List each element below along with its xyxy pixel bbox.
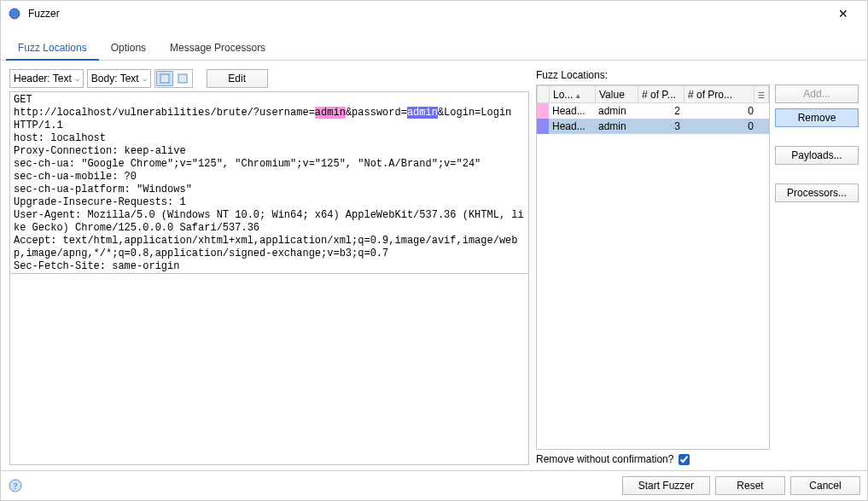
chevron-down-icon: ⌵ <box>75 74 79 83</box>
processors-button[interactable]: Processors... <box>775 184 859 202</box>
tab-bar: Fuzz Locations Options Message Processor… <box>1 37 867 61</box>
reset-button[interactable]: Reset <box>715 476 785 495</box>
help-icon[interactable]: ? <box>8 478 23 493</box>
request-text-post: &Login=Login HTTP/1.1 host: localhost Pr… <box>14 107 524 272</box>
cell-location: Head... <box>549 119 595 134</box>
cell-value: admin <box>595 103 638 119</box>
column-menu[interactable]: ☰ <box>754 86 769 103</box>
fuzz-highlight-2: admin <box>407 107 438 119</box>
chevron-down-icon: ⌵ <box>143 74 147 83</box>
tab-options[interactable]: Options <box>99 37 158 60</box>
header-view-dropdown[interactable]: Header: Text ⌵ <box>9 69 84 88</box>
column-menu-icon: ☰ <box>758 91 765 100</box>
svg-point-0 <box>9 9 20 19</box>
layout-single-icon[interactable] <box>156 71 173 86</box>
table-row[interactable]: Head... admin 2 0 <box>537 103 769 119</box>
tab-fuzz-locations[interactable]: Fuzz Locations <box>6 37 99 60</box>
close-icon[interactable]: ✕ <box>826 7 860 20</box>
dialog-footer: ? Start Fuzzer Reset Cancel <box>1 470 867 500</box>
cell-processors: 0 <box>684 103 757 119</box>
column-payloads[interactable]: # of P... <box>638 86 684 103</box>
request-text-pre: GET http://localhost/vulnerabilities/bru… <box>14 94 315 119</box>
body-view-label: Body: Text <box>91 73 139 84</box>
column-color[interactable] <box>538 86 550 103</box>
header-view-label: Header: Text <box>14 73 72 84</box>
remove-confirm-checkbox[interactable] <box>679 454 690 465</box>
body-view-dropdown[interactable]: Body: Text ⌵ <box>87 69 151 88</box>
request-header-textarea[interactable]: GET http://localhost/vulnerabilities/bru… <box>9 91 529 274</box>
confirm-label: Remove without confirmation? <box>536 453 673 465</box>
fuzz-highlight-1: admin <box>315 107 346 119</box>
cell-processors: 0 <box>684 119 757 134</box>
cancel-button[interactable]: Cancel <box>790 476 860 495</box>
column-processors[interactable]: # of Pro... <box>684 86 754 103</box>
sort-asc-icon: ▲ <box>574 92 581 100</box>
locations-table: Lo...▲ Value # of P... # of Pro... ☰ <box>537 85 769 103</box>
request-text-mid: &password= <box>346 107 407 119</box>
cell-value: admin <box>595 119 638 134</box>
cell-payloads: 3 <box>638 119 684 134</box>
start-fuzzer-button[interactable]: Start Fuzzer <box>622 476 710 495</box>
column-value[interactable]: Value <box>596 86 638 103</box>
add-button[interactable]: Add... <box>775 84 859 103</box>
confirm-row: Remove without confirmation? <box>536 450 859 465</box>
table-row[interactable]: Head... admin 3 0 <box>537 119 769 134</box>
row-color-swatch <box>537 103 549 119</box>
payloads-button[interactable]: Payloads... <box>775 146 859 165</box>
app-icon <box>8 7 21 20</box>
request-body-textarea[interactable] <box>9 274 529 465</box>
window-title: Fuzzer <box>28 8 826 20</box>
message-panel: Header: Text ⌵ Body: Text ⌵ Edit <box>9 69 529 465</box>
locations-heading: Fuzz Locations: <box>536 69 859 81</box>
column-location[interactable]: Lo...▲ <box>550 86 596 103</box>
message-toolbar: Header: Text ⌵ Body: Text ⌵ Edit <box>9 69 529 88</box>
svg-rect-2 <box>178 74 187 83</box>
titlebar: Fuzzer ✕ <box>1 1 867 26</box>
tab-message-processors[interactable]: Message Processors <box>158 37 277 60</box>
svg-rect-1 <box>160 74 169 83</box>
layout-split-icon[interactable] <box>174 71 191 86</box>
edit-button[interactable]: Edit <box>207 69 268 88</box>
locations-table-wrap: Lo...▲ Value # of P... # of Pro... ☰ <box>536 84 770 450</box>
layout-toggle-group <box>154 69 193 88</box>
cell-location: Head... <box>549 103 595 119</box>
cell-payloads: 2 <box>638 103 684 119</box>
locations-side-buttons: Add... Remove Payloads... Processors... <box>775 84 859 450</box>
locations-panel: Fuzz Locations: Lo...▲ Value # of P... #… <box>536 69 859 465</box>
svg-text:?: ? <box>14 481 18 491</box>
remove-button[interactable]: Remove <box>775 108 859 127</box>
row-color-swatch <box>537 119 549 134</box>
